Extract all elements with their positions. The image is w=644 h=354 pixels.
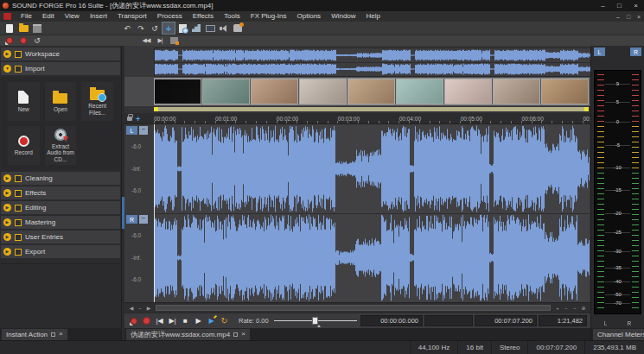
sidebar-section-cleaning[interactable]: ▶Cleaning	[1, 172, 120, 185]
menu-edit[interactable]: Edit	[37, 11, 60, 22]
waveform-canvas[interactable]	[154, 124, 590, 302]
sidebar-section-editing[interactable]: ▶Editing	[1, 201, 120, 214]
go-to-end-button[interactable]: ▶|	[154, 35, 166, 47]
scrollbar-thumb[interactable]	[156, 305, 551, 311]
loop-region-bar[interactable]	[124, 106, 590, 113]
rate-slider[interactable]	[274, 315, 357, 326]
menu-insert[interactable]: Insert	[85, 11, 112, 22]
document-icon[interactable]	[3, 13, 11, 20]
new-file-button[interactable]	[3, 22, 16, 34]
sidebar-section-workspace[interactable]: ▶Workspace	[1, 47, 120, 60]
loop-playback-button[interactable]: ↺	[31, 35, 43, 47]
zoom-selection-button[interactable]: ⊕	[579, 305, 588, 311]
channel-badge-r[interactable]: R	[126, 215, 137, 224]
menu-options[interactable]: Options	[292, 11, 327, 22]
record-remote-button[interactable]	[128, 315, 139, 326]
zoom-out-button[interactable]: −	[562, 306, 571, 311]
undo-button[interactable]: ↶	[121, 22, 133, 34]
channel-minimize-button[interactable]: −	[139, 126, 148, 135]
go-to-end-button[interactable]: ▶|	[167, 315, 178, 326]
selection-end-field[interactable]: 00:07:07.200	[475, 315, 537, 326]
channel-minimize-button[interactable]: −	[139, 215, 148, 224]
loop-end-handle[interactable]	[584, 107, 589, 111]
loop-playback-button[interactable]: ↻	[219, 315, 230, 326]
tab-document[interactable]: 伪递的安详www.ssdax.com.mp4 ×	[126, 329, 250, 340]
stop-button[interactable]: ■	[180, 315, 191, 326]
expand-arrow-icon[interactable]: ▶	[3, 50, 11, 58]
play-as-cutlist-button[interactable]: ▶	[206, 315, 217, 326]
menu-process[interactable]: Process	[152, 11, 188, 22]
loop-region-track[interactable]	[154, 107, 589, 111]
hand-tool-button[interactable]	[232, 22, 244, 34]
expand-arrow-icon[interactable]: ▶	[3, 204, 11, 212]
menu-transport[interactable]: Transport	[112, 11, 152, 22]
new-button[interactable]: New	[8, 82, 40, 121]
overview-strip[interactable]	[124, 46, 590, 77]
maximize-button[interactable]: □	[611, 0, 628, 11]
horizontal-scrollbar[interactable]: ◀ − ▶ + − − ⊕	[124, 302, 590, 313]
sidebar-section-mastering[interactable]: ▶Mastering	[1, 216, 120, 229]
close-button[interactable]: ×	[628, 0, 644, 11]
minimize-button[interactable]: –	[595, 0, 611, 11]
float-icon[interactable]	[233, 332, 238, 337]
repeat-button[interactable]: ↺	[149, 22, 161, 34]
menu-effects[interactable]: Effects	[188, 11, 219, 22]
mix-paste-button[interactable]	[168, 35, 180, 47]
float-icon[interactable]	[51, 332, 55, 337]
scroll-left-button[interactable]: ◀	[127, 305, 136, 311]
record-button[interactable]	[141, 315, 152, 326]
play-button[interactable]: ▶	[193, 315, 204, 326]
mdi-minimize-button[interactable]: –	[613, 14, 623, 20]
sidebar-section-user-entries[interactable]: ▶User Entries	[1, 231, 120, 243]
menu-view[interactable]: View	[60, 11, 85, 22]
rate-slider-handle[interactable]	[312, 317, 318, 325]
record-button[interactable]: Record	[8, 126, 40, 165]
audio-output-button[interactable]	[218, 22, 230, 34]
go-to-start-button[interactable]: |◀	[154, 315, 165, 326]
open-button[interactable]: Open	[45, 82, 77, 121]
record-remote-button[interactable]	[3, 35, 16, 47]
tab-channel-meters[interactable]: Channel Meters	[593, 329, 644, 340]
loop-start-handle[interactable]	[154, 107, 158, 111]
selection-length-field[interactable]: 1:21,482	[539, 315, 587, 326]
menu-help[interactable]: Help	[361, 11, 386, 22]
close-icon[interactable]: ×	[241, 331, 245, 338]
edit-tool-button[interactable]: +	[163, 22, 175, 34]
expand-arrow-icon[interactable]: ▼	[3, 65, 11, 73]
sidebar-section-export[interactable]: ▶Export	[1, 245, 120, 258]
menu-file[interactable]: File	[16, 11, 37, 22]
menu-window[interactable]: Window	[326, 11, 360, 22]
expand-arrow-icon[interactable]: ▶	[3, 218, 11, 226]
position-field[interactable]: 00:00:00.000	[360, 315, 423, 326]
channel-badge-l[interactable]: L	[126, 126, 137, 135]
close-icon[interactable]: ×	[59, 331, 63, 338]
mdi-close-button[interactable]: ×	[634, 14, 644, 20]
zoom-normal-button[interactable]: −	[571, 306, 579, 311]
save-button[interactable]	[31, 22, 43, 34]
playhead-cursor[interactable]	[154, 124, 155, 302]
scroll-zoom-out-button[interactable]: −	[136, 306, 144, 311]
overview-waveform[interactable]	[154, 47, 591, 77]
expand-arrow-icon[interactable]: ▶	[3, 174, 11, 182]
ruler-strip[interactable]: 00:00:0000:01:0000:02:0000:03:0000:04:00…	[154, 113, 590, 123]
time-ruler[interactable]: + 00:00:0000:01:0000:02:0000:03:0000:04:…	[124, 113, 590, 124]
tab-instant-action[interactable]: Instant Action ×	[2, 329, 67, 340]
selection-start-field[interactable]	[424, 315, 473, 326]
sidebar-section-effects[interactable]: ▶Effects	[1, 186, 120, 199]
extract-audio-from-cd-button[interactable]: Extract Audio from CD...	[45, 126, 77, 165]
zoom-in-button[interactable]: +	[553, 306, 562, 311]
lock-icon[interactable]	[127, 117, 132, 121]
waveform-plot[interactable]	[154, 124, 590, 302]
sidebar-section-import[interactable]: ▼Import	[1, 62, 120, 75]
statistics-button[interactable]	[190, 22, 202, 34]
expand-arrow-icon[interactable]: ▶	[3, 233, 11, 241]
rewind-all-button[interactable]: ◀◀	[140, 35, 152, 47]
recent-files-button[interactable]: Recent Files...	[81, 82, 113, 121]
menu-tools[interactable]: Tools	[219, 11, 245, 22]
zoom-tool-button[interactable]	[176, 22, 188, 34]
open-file-button[interactable]	[17, 22, 29, 34]
video-preview-button[interactable]	[204, 22, 216, 34]
expand-arrow-icon[interactable]: ▶	[3, 189, 11, 197]
move-icon[interactable]: +	[136, 116, 140, 123]
expand-arrow-icon[interactable]: ▶	[3, 248, 11, 256]
